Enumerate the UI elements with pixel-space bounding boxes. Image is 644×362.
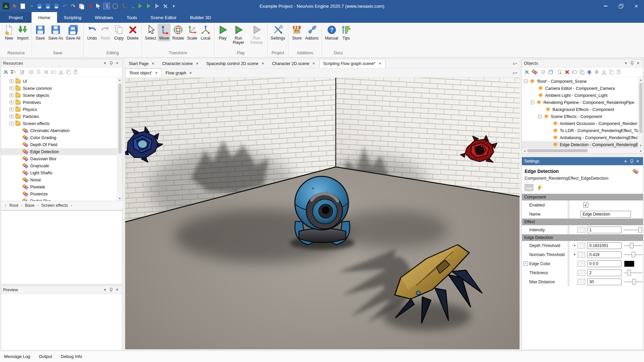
panel-pin-icon[interactable] [629,60,635,66]
import-button[interactable]: Import [16,23,30,41]
tab-character-scene[interactable]: Character.scene✕ [158,59,202,68]
tab-spaceship-control-2d[interactable]: Spaceship control 2D.scene✕ [203,59,268,68]
enabled-checkbox[interactable]: ✓ [583,202,588,207]
tree-item-ui[interactable]: +UI [1,78,117,85]
close-tab-icon[interactable]: ✕ [152,62,154,65]
panel-close-icon[interactable]: ✕ [635,60,641,66]
tree-item-physics[interactable]: +Physics [1,106,117,113]
eyeball-robot[interactable] [295,176,350,245]
qat-more-icon[interactable]: ▾ [170,3,177,9]
object-item-to-ldr[interactable]: To LDR - Component_RenderingEffect_To [522,127,638,134]
import-icon[interactable]: ▾▾ [28,3,35,9]
object-item-camera-editor[interactable]: Camera Editor - Component_Camera [522,85,638,92]
object-item-rendering-pipeline[interactable]: −Rendering Pipeline - Component_Renderin… [522,99,638,106]
tree-item-edge-detection[interactable]: Edge Detection [1,148,117,155]
expander-icon[interactable]: + [10,101,13,104]
depth-threshold-slider[interactable] [624,242,642,249]
panel-close-icon[interactable]: ✕ [114,60,120,66]
default-value-button[interactable] [577,261,585,267]
tab-list-menu-icon[interactable]: ≡▾ [513,59,520,68]
expander-icon[interactable]: + [10,86,13,90]
close-tab-icon[interactable]: ✕ [155,71,158,75]
close-tab-icon[interactable]: ✕ [312,62,315,65]
menu-tab-builder-3d[interactable]: Builder 3D [183,12,218,23]
manual-button[interactable]: ? Manual [324,23,339,41]
restore-button[interactable] [613,0,629,12]
panel-caret-icon[interactable]: ▾ [102,287,108,293]
tab-root-object[interactable]: 'Root object'✕ [125,68,162,77]
intensity-field[interactable]: 1 [587,227,622,233]
scroll-right-icon[interactable]: ▸ [638,149,644,153]
tab-message-log[interactable]: Message Log [4,354,30,359]
close-tab-icon[interactable]: ✕ [262,62,264,65]
object-item-ambient-occlusion[interactable]: Ambient Occlusion - Component_Renderi [522,120,638,127]
thickness-slider[interactable] [624,269,642,276]
expander-icon[interactable]: + [10,115,13,118]
default-value-button[interactable] [577,279,585,285]
breadcrumb-up-icon[interactable]: ↑ [4,203,7,208]
close-tab-icon[interactable]: ✕ [196,62,199,65]
panel-caret-icon[interactable]: ▾ [102,60,108,66]
breadcrumb-screen-effects[interactable]: Screen effects [41,203,68,208]
save-button[interactable]: Save [34,23,47,41]
tab-start-page[interactable]: Start Page✕ [125,59,158,68]
tree-item-depth-of-field[interactable]: Depth Of Field [1,141,117,148]
expander-icon[interactable]: + [10,79,13,83]
object-item-scene-effects[interactable]: −Scene Effects - Component [522,113,638,120]
move-tool-icon[interactable] [103,3,110,9]
tree-item-gaussian-blur[interactable]: Gaussian Blur [1,155,117,162]
tree-item-particles[interactable]: +Particles [1,113,117,120]
edge-color-field[interactable]: 0 0 0 [587,260,622,267]
expand-property-icon[interactable]: + [524,261,528,266]
tree-item-color-grading[interactable]: Color Grading [1,134,117,141]
viewport-3d[interactable] [125,78,520,349]
objects-duplicate-icon[interactable] [579,69,585,75]
object-item-ambient-light[interactable]: Ambient Light - Component_Light [522,92,638,99]
select-icon[interactable] [95,3,102,9]
save-as-button[interactable]: Save As [47,23,64,41]
expander-icon[interactable]: − [10,122,13,125]
menu-tab-scripting[interactable]: Scripting [57,12,88,23]
object-item-antialiasing[interactable]: Antialiasing - Component_RenderingEffec [522,134,638,141]
local-transform-icon[interactable] [128,3,135,9]
objects-new-icon[interactable] [557,69,563,75]
save-all-icon[interactable] [53,3,60,9]
default-value-button[interactable] [577,243,585,249]
menu-tab-scene-editor[interactable]: Scene Editor [144,12,183,23]
resources-edit-icon[interactable] [19,69,25,75]
play-icon[interactable] [137,3,144,9]
menu-tab-windows[interactable]: Windows [88,12,120,23]
copy-button[interactable]: Copy [112,23,125,41]
events-view-button[interactable] [535,184,544,191]
scroll-up-icon[interactable]: ▴ [117,77,122,82]
delete-icon[interactable]: ✖ [87,3,93,9]
objects-rename-icon[interactable] [572,69,578,75]
tab-flow-graph[interactable]: Flow graph✕ [162,68,196,77]
save-as-icon[interactable] [45,3,51,9]
menu-tab-project[interactable]: Project [0,12,32,23]
panel-pin-icon[interactable] [629,158,635,164]
scroll-down-icon[interactable]: ▾ [117,196,122,201]
object-item-background-effects[interactable]: Background Effects - Component [522,106,638,113]
tab-character-2d[interactable]: Character 2D.scene✕ [268,59,319,68]
default-value-button[interactable] [577,270,585,276]
scroll-up-icon[interactable]: ▴ [638,77,643,82]
tips-button[interactable]: Tips [340,23,353,41]
tree-item-pixelate[interactable]: Pixelate [1,183,117,190]
run-player-button[interactable]: Run Player [230,23,247,46]
panel-pin-icon[interactable] [108,287,114,293]
tree-item-screen-effects[interactable]: −Screen effects [1,120,117,127]
default-value-button[interactable] [577,252,585,258]
delete-button[interactable]: Delete [126,23,140,41]
menu-tab-tools[interactable]: Tools [120,12,144,23]
object-item-root[interactable]: −'Root' - Component_Scene [522,78,638,85]
scale-button[interactable]: Scale [186,23,199,41]
close-tab-icon[interactable]: ✕ [189,71,192,75]
close-button[interactable]: ✕ [629,0,644,12]
tab-list-menu-icon[interactable]: ≡▾ [513,68,520,77]
save-icon[interactable] [36,3,43,9]
default-value-button[interactable] [577,227,585,233]
settings-tools-icon[interactable] [162,3,169,9]
panel-caret-icon[interactable]: ▾ [623,158,629,164]
depth-threshold-field[interactable]: 0.1631051 [587,242,622,249]
